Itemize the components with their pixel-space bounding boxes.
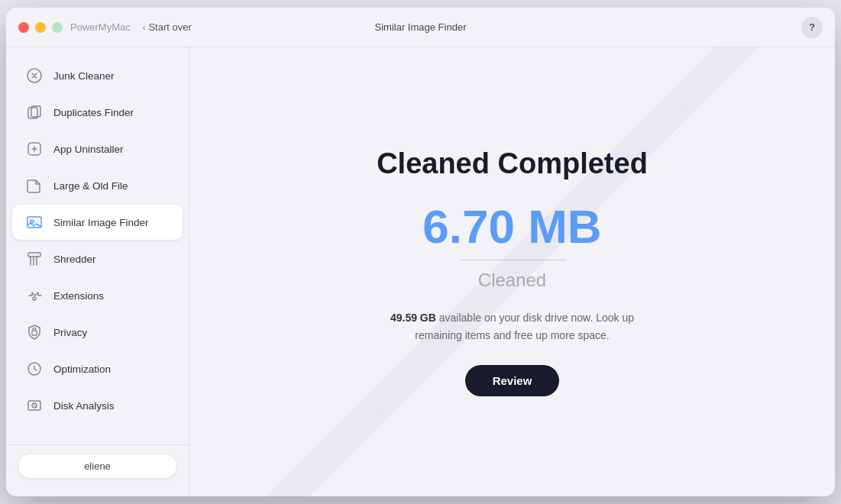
optimization-label: Optimization [53, 363, 111, 375]
sidebar-item-app-uninstaller[interactable]: App Uninstaller [12, 131, 183, 166]
duplicates-finder-icon [24, 102, 44, 122]
sidebar-item-shredder[interactable]: Shredder [12, 241, 183, 276]
minimize-button[interactable] [35, 22, 46, 33]
cleaned-label: Cleaned [478, 270, 546, 291]
user-pill[interactable]: eliene [18, 454, 176, 478]
large-old-file-icon [24, 176, 44, 195]
available-gb: 49.59 GB [390, 312, 436, 324]
review-button[interactable]: Review [465, 365, 560, 396]
large-old-file-label: Large & Old File [53, 180, 128, 192]
available-text: available on your disk drive now. Look u… [415, 312, 634, 341]
similar-image-finder-label: Similar Image Finder [53, 217, 149, 228]
svg-point-5 [31, 220, 34, 223]
app-uninstaller-label: App Uninstaller [53, 144, 124, 155]
svg-rect-8 [32, 331, 37, 335]
svg-rect-6 [28, 253, 40, 257]
sidebar-items: Junk Cleaner Duplicates Finder [6, 57, 189, 444]
window-title: Similar Image Finder [375, 21, 467, 33]
title-bar: PowerMyMac ‹ Start over Similar Image Fi… [6, 8, 835, 47]
junk-cleaner-icon [24, 66, 44, 86]
chevron-left-icon: ‹ [143, 23, 146, 32]
sidebar-item-extensions[interactable]: Extensions [12, 278, 183, 313]
close-button[interactable] [18, 22, 29, 33]
disk-analysis-label: Disk Analysis [53, 400, 115, 412]
cleaned-amount: 6.70 MB [422, 203, 601, 250]
result-heading: Cleaned Completed [377, 147, 648, 180]
svg-point-12 [34, 405, 35, 406]
sidebar-item-similar-image-finder[interactable]: Similar Image Finder [12, 205, 183, 240]
sidebar-item-privacy[interactable]: Privacy [12, 315, 183, 350]
sidebar-item-disk-analysis[interactable]: Disk Analysis [12, 388, 183, 423]
maximize-button[interactable] [52, 22, 63, 33]
main-content: Junk Cleaner Duplicates Finder [6, 47, 835, 496]
svg-point-7 [33, 297, 36, 300]
available-info: 49.59 GB available on your disk drive no… [390, 309, 635, 344]
sidebar-item-junk-cleaner[interactable]: Junk Cleaner [12, 58, 183, 93]
privacy-label: Privacy [53, 327, 87, 338]
disk-analysis-icon [24, 396, 44, 415]
optimization-icon [24, 359, 44, 379]
start-over-button[interactable]: ‹ Start over [143, 21, 192, 33]
sidebar-item-optimization[interactable]: Optimization [12, 351, 183, 386]
app-uninstaller-icon [24, 139, 44, 159]
shredder-label: Shredder [53, 254, 96, 265]
divider-line [459, 260, 566, 260]
sidebar-footer: eliene [6, 444, 189, 487]
junk-cleaner-label: Junk Cleaner [53, 70, 115, 82]
sidebar-item-large-old-file[interactable]: Large & Old File [12, 168, 183, 203]
sidebar: Junk Cleaner Duplicates Finder [6, 47, 189, 496]
extensions-icon [24, 286, 44, 305]
privacy-icon [24, 322, 44, 342]
duplicates-finder-label: Duplicates Finder [53, 107, 134, 118]
extensions-label: Extensions [53, 290, 104, 302]
traffic-lights [18, 22, 63, 33]
shredder-icon [24, 249, 44, 269]
similar-image-finder-icon [24, 212, 44, 232]
help-button[interactable]: ? [801, 17, 823, 38]
content-panel: Cleaned Completed 6.70 MB Cleaned 49.59 … [189, 47, 835, 496]
app-window: PowerMyMac ‹ Start over Similar Image Fi… [6, 8, 835, 496]
app-name: PowerMyMac [70, 21, 131, 33]
sidebar-item-duplicates-finder[interactable]: Duplicates Finder [12, 95, 183, 130]
